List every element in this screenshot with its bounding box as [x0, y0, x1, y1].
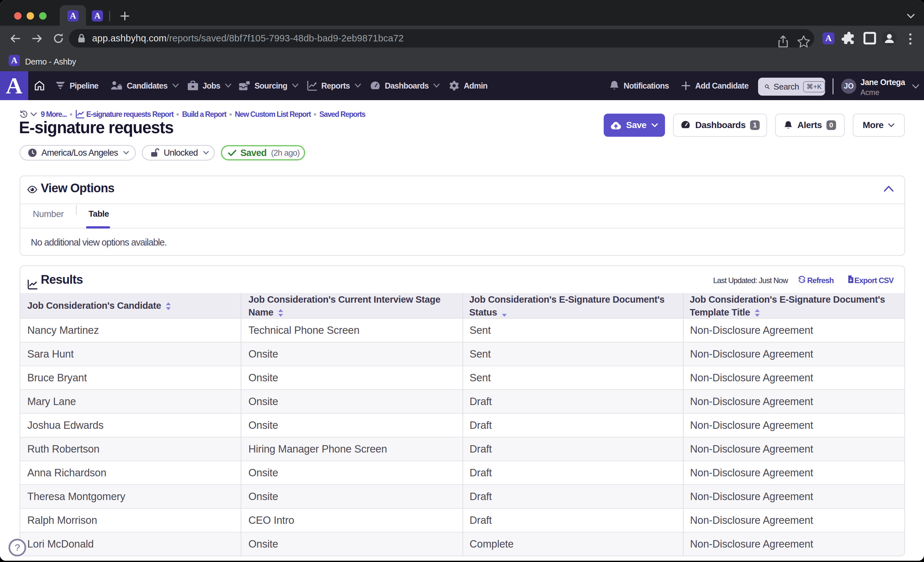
svg-text:?: ? — [15, 542, 20, 553]
